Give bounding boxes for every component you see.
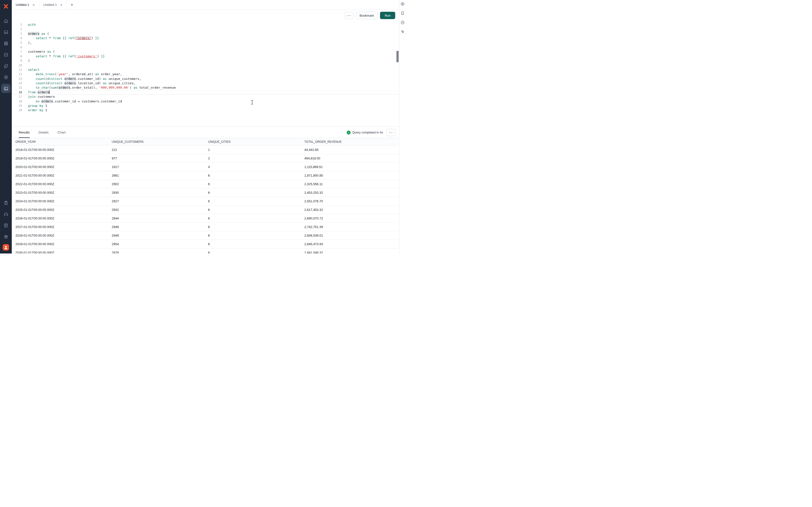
code-line-1[interactable]: 1with [12, 22, 399, 27]
sidebar-item-windows[interactable] [1, 61, 10, 70]
code-line-14[interactable]: 14 count(distinct orders.location_id) as… [12, 81, 399, 86]
sidebar-item-explore[interactable] [1, 72, 10, 82]
compass-icon [4, 75, 8, 79]
code-text: group by 1 [22, 104, 47, 108]
windows-icon [4, 64, 8, 68]
tab-close-icon[interactable]: × [32, 3, 35, 7]
table-row[interactable]: 2029-01-01T00:00:00.000Z295462,845,473.9… [13, 240, 399, 248]
table-cell: 6 [206, 234, 303, 237]
editor-tab[interactable]: Untitled 1× [40, 0, 67, 9]
code-line-4[interactable]: 4 select * from {{ ref('orders') }} [12, 36, 399, 41]
sidebar-item-organization[interactable] [1, 232, 10, 241]
sidebar-item-docs[interactable] [1, 221, 10, 230]
code-line-5[interactable]: 5), [12, 41, 399, 45]
sidebar-item-home[interactable] [1, 16, 10, 25]
column-header[interactable]: ORDER_YEAR [13, 140, 110, 144]
column-header[interactable]: TOTAL_ORDER_REVENUE [302, 140, 399, 144]
code-line-11[interactable]: 11select [12, 68, 399, 72]
code-text: with [22, 22, 36, 27]
main-area: Untitled 1×Untitled 1× + ⋯ Bookmark Run … [12, 0, 399, 253]
editor-tab[interactable]: Untitled 1× [12, 0, 40, 9]
right-sidebar-item-copilot[interactable] [400, 2, 405, 7]
results-tab-chart[interactable]: Chart [57, 127, 65, 138]
results-panel: ResultsDetailsChart ✓ Query completed in… [12, 127, 399, 253]
table-cell: 2,551,076.70 [302, 200, 399, 203]
grid-icon [4, 41, 8, 46]
code-line-9[interactable]: 9) [12, 59, 399, 63]
table-row[interactable]: 2023-01-01T00:00:00.000Z293062,453,253.3… [13, 188, 399, 197]
table-row[interactable]: 2026-01-01T00:00:00.000Z294462,690,570.7… [13, 214, 399, 223]
clipboard-icon [4, 201, 8, 205]
table-row[interactable]: 2030-01-01T00:00:00.000Z287961,841,049.3… [13, 248, 399, 253]
code-text: ), [22, 41, 32, 45]
table-row[interactable]: 2027-01-01T00:00:00.000Z294662,742,751.3… [13, 223, 399, 231]
check-circle-icon: ✓ [347, 130, 351, 134]
table-row[interactable]: 2019-01-01T00:00:00.000Z9772494,818.00 [13, 154, 399, 163]
history-icon [400, 20, 405, 25]
table-cell: 2,808,539.01 [302, 234, 399, 237]
run-button[interactable]: Run [380, 12, 395, 19]
table-cell: 1,871,800.85 [302, 174, 399, 177]
sql-editor[interactable]: 1with23orders as (4 select * from {{ ref… [12, 21, 399, 127]
line-number: 16 [12, 90, 22, 95]
column-header[interactable]: UNIQUE_CUSTOMERS [110, 140, 206, 144]
new-tab-button[interactable]: + [67, 0, 77, 9]
editor-scrollbar[interactable] [396, 21, 399, 127]
code-line-20[interactable]: 20order by 1 [12, 108, 399, 112]
table-row[interactable]: 2022-01-01T00:00:00.000Z290262,325,556.1… [13, 180, 399, 188]
code-line-6[interactable]: 6 [12, 45, 399, 50]
table-row[interactable]: 2024-01-01T00:00:00.000Z292762,551,076.7… [13, 197, 399, 206]
right-sidebar-item-interactions[interactable] [400, 30, 405, 35]
code-line-3[interactable]: 3orders as ( [12, 32, 399, 36]
code-line-2[interactable]: 2 [12, 27, 399, 31]
code-line-17[interactable]: 17join customers [12, 95, 399, 99]
code-line-13[interactable]: 13 count(distinct orders.customer_id) as… [12, 77, 399, 81]
sidebar-item-apps[interactable] [1, 39, 10, 48]
sidebar-item-code-editor[interactable] [1, 50, 10, 59]
code-line-7[interactable]: 7customers as ( [12, 50, 399, 54]
table-row[interactable]: 2028-01-01T00:00:00.000Z294962,808,539.0… [13, 231, 399, 240]
code-line-18[interactable]: 18 on orders.customer_id = customers.cus… [12, 99, 399, 104]
table-row[interactable]: 2025-01-01T00:00:00.000Z293262,617,453.3… [13, 206, 399, 214]
code-line-19[interactable]: 19group by 1 [12, 104, 399, 108]
right-sidebar-item-history[interactable] [400, 20, 405, 25]
sidebar-item-warehouse[interactable] [1, 27, 10, 37]
tab-close-icon[interactable]: × [60, 3, 63, 7]
inbox-icon [4, 30, 8, 35]
tab-label: Untitled 1 [16, 3, 29, 7]
account-avatar[interactable] [3, 244, 9, 250]
sidebar-item-support[interactable] [1, 210, 10, 219]
table-row[interactable]: 2018-01-01T00:00:00.000Z221144,442.65 [13, 146, 399, 154]
results-table: ORDER_YEARUNIQUE_CUSTOMERSUNIQUE_CITIEST… [12, 138, 399, 253]
table-row[interactable]: 2021-01-01T00:00:00.000Z266161,871,800.8… [13, 171, 399, 180]
scrollbar-thumb[interactable] [397, 51, 399, 62]
right-sidebar-item-bookmarks[interactable] [400, 11, 405, 16]
code-line-12[interactable]: 12 date_trunc('year', ordered_at) as ord… [12, 72, 399, 76]
table-cell: 2932 [110, 208, 206, 212]
more-options-button[interactable]: ⋯ [345, 12, 354, 19]
line-number: 13 [12, 77, 22, 81]
column-header[interactable]: UNIQUE_CITIES [206, 140, 303, 144]
code-line-8[interactable]: 8 select * from {{ ref('customers') }} [12, 54, 399, 59]
code-line-16[interactable]: 16from orders [12, 90, 399, 95]
sidebar-item-clipboard[interactable] [1, 198, 10, 208]
table-cell: 2902 [110, 182, 206, 186]
line-number: 18 [12, 99, 22, 104]
table-cell: 494,818.00 [302, 157, 399, 160]
table-cell: 2018-01-01T00:00:00.000Z [13, 148, 110, 152]
code-line-15[interactable]: 15 to_char(sum(orders.order_total), '999… [12, 86, 399, 90]
line-number: 11 [12, 68, 22, 72]
results-tab-details[interactable]: Details [39, 127, 49, 138]
table-row[interactable]: 2020-01-01T00:00:00.000Z191741,115,869.5… [13, 163, 399, 171]
app-logo[interactable] [2, 3, 9, 10]
bookmark-button[interactable]: Bookmark [356, 12, 378, 19]
line-number: 10 [12, 63, 22, 68]
code-line-10[interactable]: 10 [12, 63, 399, 68]
results-more-button[interactable]: ⋯ [387, 129, 395, 136]
results-tab-results[interactable]: Results [19, 127, 30, 138]
table-cell: 6 [206, 251, 303, 254]
line-number: 1 [12, 22, 22, 27]
sidebar-item-terminal[interactable] [1, 84, 10, 93]
code-text: from orders [22, 90, 50, 95]
table-cell: 2946 [110, 225, 206, 229]
